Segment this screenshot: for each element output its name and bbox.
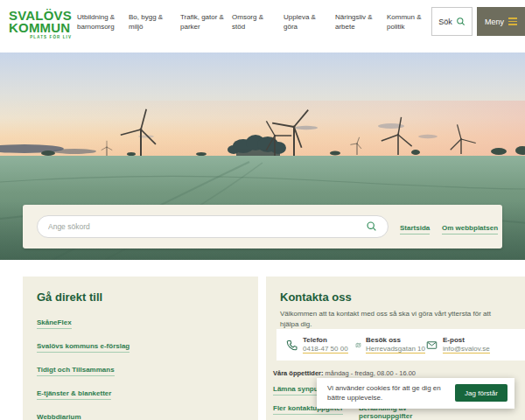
contact-item-visit: Besök oss Herrevadsgatan 10 [355, 336, 425, 354]
contact-intro: Välkommen att ta kontakt med oss så ska … [280, 309, 508, 329]
link-startsida[interactable]: Startsida [400, 224, 430, 234]
visit-address-link[interactable]: Herrevadsgatan 10 [366, 345, 425, 354]
search-input[interactable] [37, 215, 388, 238]
phone-link[interactable]: 0418-47 50 00 [303, 345, 348, 354]
quick-links-section: Gå direkt till SkåneFlex Svalövs kommuns… [23, 276, 258, 420]
search-icon[interactable] [366, 220, 377, 232]
search-panel: Startsida Om webbplatsen [23, 205, 502, 248]
hamburger-icon [508, 18, 517, 25]
logo-line2: KOMMUN [9, 22, 72, 34]
menu-button[interactable]: Meny [477, 7, 525, 36]
site-header: SVALÖVS KOMMUN PLATS FÖR LIV Utbildning … [0, 0, 525, 52]
main-nav: Utbildning & barnomsorg Bo, bygg & miljö… [77, 12, 438, 32]
opening-hours: Våra öppettider: måndag - fredag, 08.00 … [273, 369, 416, 377]
nav-item-bo-bygg[interactable]: Bo, bygg & miljö [129, 12, 174, 32]
nav-item-omsorg[interactable]: Omsorg & stöd [232, 12, 277, 32]
link-webbdiarium[interactable]: Webbdiarium [37, 413, 81, 420]
quick-links-list: SkåneFlex Svalövs kommuns e-förslag Tidi… [37, 312, 258, 420]
opening-hours-value: måndag - fredag, 08.00 - 16.00 [326, 369, 416, 377]
email-link[interactable]: info@svalov.se [443, 345, 490, 354]
map-icon [355, 339, 361, 352]
link-etjanster[interactable]: E-tjänster & blanketter [37, 389, 111, 400]
contact-card: Telefon 0418-47 50 00 Besök oss Herrevad… [276, 329, 525, 360]
phone-icon [285, 339, 298, 352]
search-button-label: Sök [438, 18, 452, 26]
link-skaneflex[interactable]: SkåneFlex [37, 318, 72, 329]
cookie-accept-button[interactable]: Jag förstår [455, 384, 508, 402]
nav-item-kommun[interactable]: Kommun & politik [387, 12, 432, 32]
nav-item-uppleva[interactable]: Uppleva & göra [284, 12, 329, 32]
envelope-icon [425, 339, 438, 352]
menu-button-label: Meny [485, 18, 504, 26]
search-button[interactable]: Sök [431, 7, 472, 36]
search-icon [456, 17, 466, 26]
contact-item-email: E-post info@svalov.se [425, 336, 495, 354]
quick-links-title: Gå direkt till [37, 290, 258, 304]
logo-tagline: PLATS FÖR LIV [9, 35, 72, 39]
link-tidigt-tillsammans[interactable]: Tidigt och Tillsammans [37, 366, 115, 376]
email-label: E-post [443, 336, 490, 344]
nav-item-utbildning[interactable]: Utbildning & barnomsorg [77, 12, 122, 32]
contact-item-phone: Telefon 0418-47 50 00 [285, 336, 355, 354]
nav-item-naringsliv[interactable]: Näringsliv & arbete [335, 12, 381, 32]
opening-hours-label: Våra öppettider: [273, 369, 324, 377]
cookie-message: Vi använder cookies för att ge dig en bä… [327, 383, 452, 402]
phone-label: Telefon [303, 336, 348, 344]
cookie-banner: Vi använder cookies för att ge dig en bä… [317, 378, 514, 409]
link-e-forslag[interactable]: Svalövs kommuns e-förslag [37, 342, 130, 353]
visit-label: Besök oss [366, 336, 425, 344]
nav-item-trafik[interactable]: Trafik, gator & parker [180, 12, 226, 32]
link-om-webbplatsen[interactable]: Om webbplatsen [442, 224, 498, 234]
logo[interactable]: SVALÖVS KOMMUN PLATS FÖR LIV [9, 10, 72, 39]
contact-title: Kontakta oss [280, 290, 525, 304]
